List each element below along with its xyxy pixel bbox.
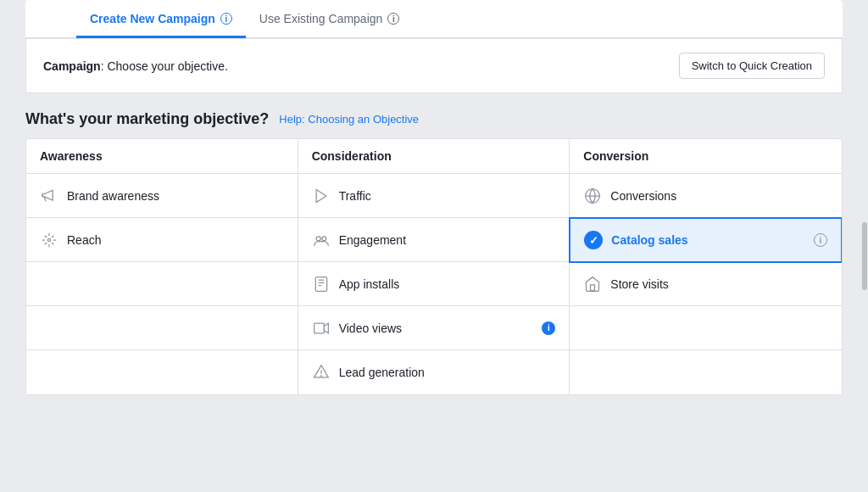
megaphone-icon — [40, 187, 58, 205]
svg-rect-3 — [315, 277, 326, 291]
objective-title-row: What's your marketing objective? Help: C… — [25, 110, 843, 128]
col-awareness: Brand awareness Reach — [26, 174, 298, 394]
svg-rect-4 — [314, 323, 324, 333]
objective-table: Awareness Consideration Conversion — [25, 138, 843, 395]
campaign-header: Campaign: Choose your objective. Switch … — [25, 38, 843, 93]
scrollbar-thumb[interactable] — [862, 222, 867, 290]
cell-conversion-empty2 — [570, 350, 842, 394]
col-header-conversion: Conversion — [570, 139, 842, 173]
tab-create-new[interactable]: Create New Campaign i — [76, 0, 246, 38]
cell-store-visits[interactable]: Store visits — [570, 262, 842, 306]
lead-generation-icon — [312, 363, 331, 382]
col-conversion: Conversions Catalog sales i — [570, 174, 842, 394]
scrollbar[interactable] — [861, 0, 868, 492]
cell-video-views-label: Video views — [339, 321, 402, 335]
page-wrapper: Create New Campaign i Use Existing Campa… — [0, 0, 868, 492]
svg-rect-9 — [591, 284, 595, 290]
tab-create-new-label: Create New Campaign — [90, 12, 215, 25]
cell-engagement[interactable]: Engagement — [298, 218, 570, 262]
objective-section: What's your marketing objective? Help: C… — [25, 110, 843, 395]
svg-point-0 — [47, 238, 50, 241]
col-header-awareness: Awareness — [26, 139, 298, 173]
globe-icon — [583, 187, 602, 205]
tab-use-existing[interactable]: Use Existing Campaign i — [246, 0, 414, 38]
cell-catalog-sales[interactable]: Catalog sales i — [569, 217, 843, 263]
campaign-label-bold: Campaign — [43, 59, 101, 73]
engagement-icon — [312, 231, 331, 249]
campaign-label: Campaign: Choose your objective. — [43, 59, 228, 73]
video-views-info-icon[interactable]: i — [542, 321, 555, 335]
cell-awareness-empty1 — [26, 262, 298, 306]
cell-lead-generation[interactable]: Lead generation — [298, 350, 570, 394]
cell-traffic[interactable]: Traffic — [298, 174, 570, 218]
cell-engagement-label: Engagement — [339, 233, 406, 247]
col-consideration: Traffic Engagement — [298, 174, 570, 394]
tab-use-existing-label: Use Existing Campaign — [259, 12, 383, 25]
store-visits-icon — [583, 275, 602, 294]
cell-video-views[interactable]: Video views i — [298, 306, 570, 350]
cell-traffic-label: Traffic — [339, 189, 371, 203]
cell-conversion-empty1 — [570, 306, 842, 350]
switch-to-quick-creation-button[interactable]: Switch to Quick Creation — [679, 53, 825, 79]
video-views-icon — [312, 319, 331, 338]
cell-catalog-sales-label: Catalog sales — [611, 233, 687, 247]
catalog-sales-info-icon[interactable]: i — [814, 233, 827, 247]
cell-conversions-label: Conversions — [610, 189, 676, 203]
cell-awareness-empty2 — [26, 306, 298, 350]
objective-table-body: Brand awareness Reach — [26, 174, 842, 394]
campaign-label-suffix: : Choose your objective. — [101, 59, 228, 73]
traffic-icon — [312, 187, 331, 205]
svg-point-1 — [316, 236, 320, 240]
cell-app-installs[interactable]: App installs — [298, 262, 570, 306]
reach-icon — [40, 231, 58, 249]
objective-table-header: Awareness Consideration Conversion — [26, 139, 842, 174]
cell-conversions[interactable]: Conversions — [570, 174, 842, 218]
objective-section-title: What's your marketing objective? — [25, 110, 269, 128]
help-link[interactable]: Help: Choosing an Objective — [279, 113, 419, 126]
cell-app-installs-label: App installs — [339, 277, 400, 291]
tab-use-existing-info-icon: i — [387, 13, 399, 25]
cell-store-visits-label: Store visits — [610, 277, 668, 291]
svg-point-2 — [321, 236, 326, 240]
svg-point-7 — [320, 376, 321, 377]
col-header-consideration: Consideration — [298, 139, 570, 173]
cell-reach-label: Reach — [67, 233, 101, 247]
cell-reach[interactable]: Reach — [26, 218, 298, 262]
tab-bar: Create New Campaign i Use Existing Campa… — [25, 0, 843, 38]
tab-create-new-info-icon: i — [220, 13, 232, 25]
cell-brand-awareness-label: Brand awareness — [67, 189, 159, 203]
cell-awareness-empty3 — [26, 350, 298, 394]
cell-lead-generation-label: Lead generation — [339, 366, 425, 379]
catalog-sales-check-icon — [584, 231, 603, 249]
cell-brand-awareness[interactable]: Brand awareness — [26, 174, 298, 218]
app-installs-icon — [312, 275, 331, 294]
